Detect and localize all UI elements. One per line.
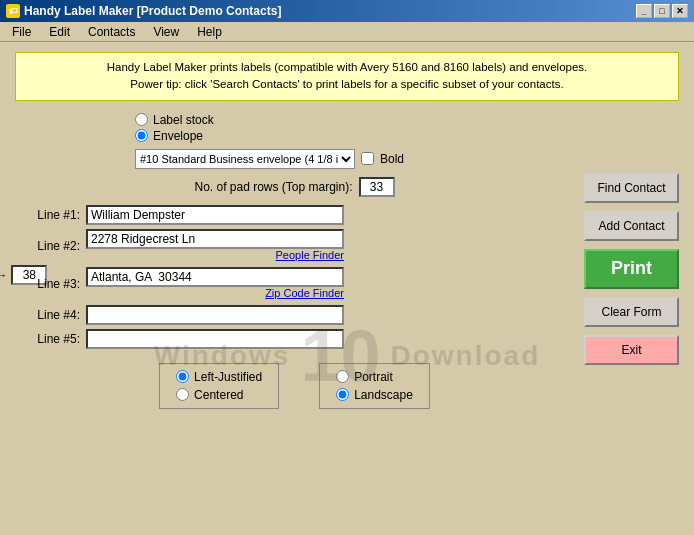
exit-button[interactable]: Exit xyxy=(584,335,679,365)
titlebar-controls[interactable]: _ □ ✕ xyxy=(636,4,688,18)
label-stock-radio[interactable] xyxy=(135,113,148,126)
banner-line1: Handy Label Maker prints labels (compati… xyxy=(28,59,666,76)
portrait-row[interactable]: Portrait xyxy=(336,370,413,384)
menu-contacts[interactable]: Contacts xyxy=(80,23,143,41)
print-button[interactable]: Print xyxy=(584,249,679,289)
lines-area: No. of indents (Left margin) → Line #1: … xyxy=(15,205,574,349)
centered-label: Centered xyxy=(194,388,243,402)
line2-label: Line #2: xyxy=(15,239,80,253)
label-stock-label: Label stock xyxy=(153,113,214,127)
line1-input[interactable] xyxy=(86,205,344,225)
line3-input[interactable] xyxy=(86,267,344,287)
menu-view[interactable]: View xyxy=(145,23,187,41)
left-justified-label: Left-Justified xyxy=(194,370,262,384)
people-finder-row: People Finder xyxy=(86,249,344,261)
envelope-select[interactable]: #10 Standard Business envelope (4 1/8 in… xyxy=(135,149,355,169)
zip-finder-row: Zip Code Finder xyxy=(86,287,344,299)
form-area: Label stock Envelope #10 Standard Busine… xyxy=(15,113,574,409)
titlebar-left: 🏷 Handy Label Maker [Product Demo Contac… xyxy=(6,4,281,18)
menu-edit[interactable]: Edit xyxy=(41,23,78,41)
add-contact-button[interactable]: Add Contact xyxy=(584,211,679,241)
justify-group: Left-Justified Centered xyxy=(159,363,279,409)
zip-code-finder-link[interactable]: Zip Code Finder xyxy=(265,287,344,299)
menu-help[interactable]: Help xyxy=(189,23,230,41)
line-row-3: Line #3: Zip Code Finder xyxy=(15,267,574,301)
line-row-1: Line #1: xyxy=(15,205,574,225)
label-stock-radio-row[interactable]: Label stock xyxy=(135,113,214,127)
menubar: File Edit Contacts View Help xyxy=(0,22,694,42)
line4-input[interactable] xyxy=(86,305,344,325)
print-type-group: Label stock Envelope xyxy=(135,113,574,143)
bold-checkbox[interactable] xyxy=(361,152,374,165)
minimize-button[interactable]: _ xyxy=(636,4,652,18)
pad-rows-row: No. of pad rows (Top margin): xyxy=(15,177,574,197)
banner-line2: Power tip: click 'Search Contacts' to pr… xyxy=(28,76,666,93)
landscape-row[interactable]: Landscape xyxy=(336,388,413,402)
main-content: Handy Label Maker prints labels (compati… xyxy=(0,42,694,419)
left-justified-row[interactable]: Left-Justified xyxy=(176,370,262,384)
buttons-panel: Find Contact Add Contact Print Clear For… xyxy=(584,113,679,409)
pad-rows-input[interactable] xyxy=(359,177,395,197)
portrait-radio[interactable] xyxy=(336,370,349,383)
line5-input[interactable] xyxy=(86,329,344,349)
line-row-5: Line #5: xyxy=(15,329,574,349)
line-row-4: Line #4: xyxy=(15,305,574,325)
line5-label: Line #5: xyxy=(15,332,80,346)
line3-label: Line #3: xyxy=(15,277,80,291)
maximize-button[interactable]: □ xyxy=(654,4,670,18)
left-justified-radio[interactable] xyxy=(176,370,189,383)
indent-label: No. of indents (Left margin) → xyxy=(0,269,7,281)
people-finder-link[interactable]: People Finder xyxy=(276,249,345,261)
envelope-select-row: #10 Standard Business envelope (4 1/8 in… xyxy=(135,149,574,169)
app-icon: 🏷 xyxy=(6,4,20,18)
centered-radio[interactable] xyxy=(176,388,189,401)
orientation-group: Portrait Landscape xyxy=(319,363,430,409)
line1-label: Line #1: xyxy=(15,208,80,222)
line-row-2: Line #2: People Finder xyxy=(15,229,574,263)
titlebar-title: Handy Label Maker [Product Demo Contacts… xyxy=(24,4,281,18)
envelope-label: Envelope xyxy=(153,129,203,143)
line4-label: Line #4: xyxy=(15,308,80,322)
titlebar: 🏷 Handy Label Maker [Product Demo Contac… xyxy=(0,0,694,22)
close-button[interactable]: ✕ xyxy=(672,4,688,18)
pad-rows-label: No. of pad rows (Top margin): xyxy=(194,180,352,194)
envelope-radio-row[interactable]: Envelope xyxy=(135,129,203,143)
find-contact-button[interactable]: Find Contact xyxy=(584,173,679,203)
portrait-label: Portrait xyxy=(354,370,393,384)
info-banner: Handy Label Maker prints labels (compati… xyxy=(15,52,679,101)
landscape-radio[interactable] xyxy=(336,388,349,401)
landscape-label: Landscape xyxy=(354,388,413,402)
bold-label: Bold xyxy=(380,152,404,166)
menu-file[interactable]: File xyxy=(4,23,39,41)
clear-form-button[interactable]: Clear Form xyxy=(584,297,679,327)
centered-row[interactable]: Centered xyxy=(176,388,262,402)
line2-input[interactable] xyxy=(86,229,344,249)
envelope-radio[interactable] xyxy=(135,129,148,142)
alignment-section: Left-Justified Centered Portrait Landsca… xyxy=(15,363,574,409)
